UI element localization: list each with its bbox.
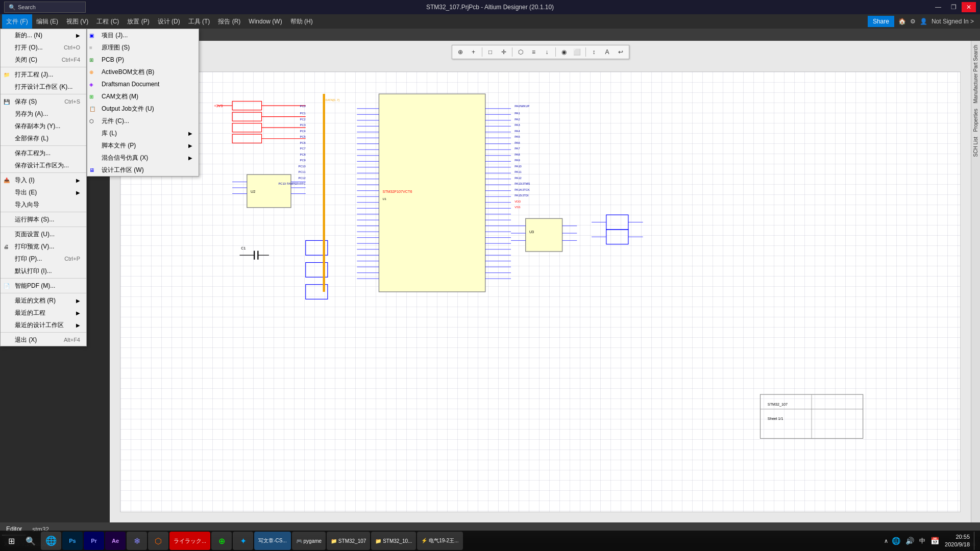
menu-help-label: 帮助 (H) — [290, 17, 313, 26]
menu-close[interactable]: 关闭 (C) Ctrl+F4 — [1, 54, 86, 66]
taskbar-stm32-2[interactable]: 📁 STM32_10... — [371, 532, 416, 550]
submenu-draftsman[interactable]: ◈ Draftsman Document — [87, 78, 199, 90]
submenu-component[interactable]: ⬡ 元件 (C)... — [87, 115, 199, 127]
menu-save-project-as[interactable]: 保存工程为... — [1, 147, 86, 159]
menu-edit[interactable]: 编辑 (E) — [32, 14, 62, 29]
taskbar-cs[interactable]: 写文章-CS... — [254, 532, 291, 550]
menu-export[interactable]: 导出 (E) ▶ — [1, 186, 86, 198]
taskbar-app6[interactable]: ⬡ — [148, 532, 168, 550]
menu-save-copy[interactable]: 保存副本为 (Y)... — [1, 120, 86, 132]
taskbar-app9[interactable]: ✦ — [233, 532, 253, 550]
menu-exit[interactable]: 退出 (X) Alt+F4 — [1, 334, 86, 346]
menu-recent-workspaces[interactable]: 最近的设计工作区 ▶ — [1, 319, 86, 331]
taskbar-chevron[interactable]: ∧ — [884, 538, 888, 544]
circle-button[interactable]: ◉ — [558, 46, 570, 58]
sch-list-tab[interactable]: SCH List — [972, 135, 979, 159]
menu-save-all[interactable]: 全部保存 (L) — [1, 132, 86, 144]
canvas-area[interactable]: ⊕ + □ ✛ ⬡ ≡ ↓ ◉ ⬜ ↕ A ↩ — [110, 41, 971, 522]
menu-report[interactable]: 报告 (R) — [214, 14, 244, 29]
taskbar-chrome[interactable]: 🌐 — [41, 532, 61, 550]
submenu-project[interactable]: ▣ 项目 (J)... — [87, 29, 199, 41]
submenu-pcb[interactable]: ⊞ PCB (P) — [87, 54, 199, 66]
menu-tools[interactable]: 工具 (T) — [184, 14, 214, 29]
menu-page-setup[interactable]: 页面设置 (U)... — [1, 228, 86, 240]
menu-save-workspace-as[interactable]: 保存设计工作区为... — [1, 159, 86, 171]
taskbar-clock[interactable]: 20:55 2020/9/18 — [943, 533, 972, 549]
filter-button[interactable]: ⊕ — [454, 46, 467, 58]
menu-import[interactable]: 📥 导入 (I) ▶ — [1, 174, 86, 186]
submenu-sim[interactable]: 混合信号仿真 (X) ▶ — [87, 152, 199, 164]
menu-default-print[interactable]: 默认打印 (I)... — [1, 265, 86, 277]
submenu-activebom[interactable]: ⊕ ActiveBOM文档 (B) — [87, 66, 199, 78]
taskbar-premiere[interactable]: Pr — [84, 532, 104, 550]
menu-save-as[interactable]: 另存为 (A)... — [1, 108, 86, 120]
taskbar-speaker[interactable]: 🔊 — [904, 537, 916, 545]
share-button[interactable]: Share — [868, 16, 894, 27]
menu-import-wizard[interactable]: 导入向导 — [1, 198, 86, 211]
arrow-down-button[interactable]: ↓ — [541, 46, 553, 58]
taskbar-calendar-icon[interactable]: 📅 — [929, 537, 941, 545]
menu-smart-pdf[interactable]: 📄 智能PDF (M)... — [1, 280, 86, 292]
search-icon: 🔍 — [9, 4, 16, 11]
menu-open[interactable]: 打开 (O)... Ctrl+O — [1, 41, 86, 54]
taskbar-app7[interactable]: ライラック... — [169, 532, 210, 550]
menu-place[interactable]: 放置 (P) — [123, 14, 153, 29]
properties-tab[interactable]: Properties — [972, 107, 979, 134]
submenu-cam[interactable]: ⊞ CAM文档 (M) — [87, 90, 199, 103]
menu-project[interactable]: 工程 (C) — [92, 14, 123, 29]
menu-save[interactable]: 💾 保存 (S) Ctrl+S — [1, 95, 86, 108]
settings-icon[interactable]: ⚙ — [910, 18, 916, 25]
add-button[interactable]: + — [468, 46, 480, 58]
taskbar-network[interactable]: 🌐 — [890, 537, 902, 545]
menu-new[interactable]: 新的... (N) ▶ — [1, 29, 86, 41]
maximize-button[interactable]: ❐ — [946, 2, 961, 12]
user-icon[interactable]: 👤 — [920, 18, 927, 25]
submenu-script[interactable]: 脚本文件 (P) ▶ — [87, 139, 199, 152]
submenu-output-job[interactable]: 📋 Output Job文件 (U) — [87, 103, 199, 115]
menu-run-script[interactable]: 运行脚本 (S)... — [1, 213, 86, 226]
menu-help[interactable]: 帮助 (H) — [286, 14, 317, 29]
home-icon[interactable]: 🏠 — [898, 18, 906, 25]
bus-button[interactable]: ≡ — [528, 46, 540, 58]
close-button[interactable]: ✕ — [962, 2, 976, 12]
taskbar-show-desktop[interactable] — [974, 532, 976, 550]
submenu-library[interactable]: 库 (L) ▶ — [87, 127, 199, 139]
menu-view[interactable]: 视图 (V) — [62, 14, 92, 29]
menu-print[interactable]: 打印 (P)... Ctrl+P — [1, 253, 86, 265]
menu-print-preview[interactable]: 🖨 打印预览 (V)... — [1, 240, 86, 253]
undo-button[interactable]: ↩ — [615, 46, 627, 58]
submenu-workspace[interactable]: 🖥 设计工作区 (W) — [87, 164, 199, 176]
svg-text:VSS: VSS — [514, 206, 521, 209]
vertical-button[interactable]: ↕ — [588, 46, 600, 58]
menu-file[interactable]: 文件 (F) — [2, 14, 32, 29]
menu-open-project[interactable]: 📁 打开工程 (J)... — [1, 68, 86, 81]
taskbar-stm32-1[interactable]: 📁 STM32_107 — [327, 532, 370, 550]
taskbar-photoshop[interactable]: Ps — [62, 532, 83, 550]
minimize-button[interactable]: — — [931, 2, 945, 12]
taskbar-pygame[interactable]: 🎮 pygame — [292, 532, 326, 550]
schematic-canvas[interactable]: STM32F107VCT6 U1 — [120, 71, 961, 512]
start-button[interactable]: ⊞ — [2, 532, 20, 550]
taskbar-ime-cn[interactable]: 中 — [918, 537, 927, 545]
menu-recent-projects[interactable]: 最近的工程 ▶ — [1, 307, 86, 319]
rect-button[interactable]: □ — [484, 46, 497, 58]
taskbar-electric[interactable]: ⚡ 电气19-2王... — [417, 532, 462, 550]
taskbar-search[interactable]: 🔍 — [21, 532, 40, 550]
not-signed-in[interactable]: Not Signed In > — [932, 18, 974, 25]
line-button[interactable]: ⬡ — [514, 46, 527, 58]
text-button[interactable]: A — [601, 46, 614, 58]
taskbar-aftereffects[interactable]: Ae — [105, 532, 126, 550]
menu-bar: 文件 (F) 编辑 (E) 视图 (V) 工程 (C) 放置 (P) 设计 (D… — [0, 14, 980, 29]
menu-window[interactable]: Window (W) — [244, 14, 286, 29]
search-bar[interactable]: 🔍 Search — [4, 2, 86, 13]
menu-open-workspace[interactable]: 打开设计工作区 (K)... — [1, 81, 86, 93]
cross-button[interactable]: ✛ — [498, 46, 510, 58]
menu-design[interactable]: 设计 (D) — [154, 14, 184, 29]
taskbar-app8[interactable]: ⊕ — [211, 532, 232, 550]
menu-recent-docs[interactable]: 最近的文档 (R) ▶ — [1, 294, 86, 307]
submenu-schematic[interactable]: ≡ 原理图 (S) — [87, 41, 199, 54]
taskbar-app5[interactable]: ❄ — [127, 532, 147, 550]
manufacturer-part-tab[interactable]: Manufacturer Part Search — [972, 43, 979, 106]
svg-text:PC11: PC11 — [298, 170, 305, 173]
square-button[interactable]: ⬜ — [571, 46, 583, 58]
